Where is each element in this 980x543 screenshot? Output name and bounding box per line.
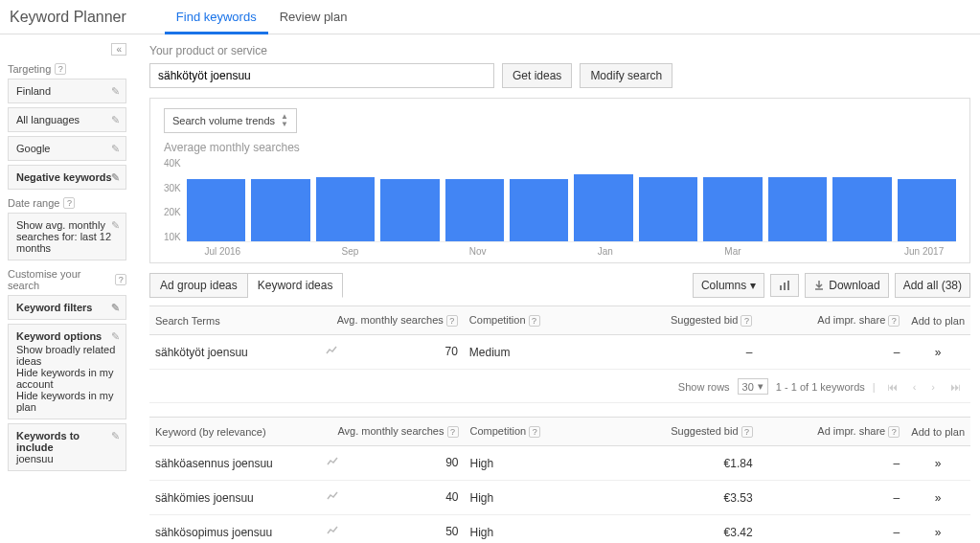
help-icon[interactable]: ? — [55, 63, 66, 75]
pencil-icon[interactable]: ✎ — [111, 171, 120, 184]
tab-review-plan[interactable]: Review plan — [268, 0, 359, 34]
col-search-terms[interactable]: Search Terms — [149, 306, 320, 335]
cell-bid: €3.53 — [611, 481, 759, 515]
include-label: Keywords to include — [16, 430, 118, 453]
pencil-icon[interactable]: ✎ — [111, 85, 120, 98]
help-icon[interactable]: ? — [888, 426, 900, 438]
date-range-panel[interactable]: Show avg. monthly searches for: last 12 … — [8, 213, 126, 260]
help-icon[interactable]: ? — [446, 315, 458, 327]
rows-dropdown[interactable]: 30 ▾ — [738, 378, 768, 395]
include-value: joensuu — [16, 453, 118, 464]
col-competition[interactable]: Competition ? — [464, 306, 611, 335]
last-page-icon[interactable]: ⏭ — [946, 381, 965, 393]
targeting-panel[interactable]: Finland✎ — [8, 79, 126, 103]
cell-bid: €3.42 — [611, 515, 759, 544]
col-add-to-plan: Add to plan — [905, 418, 970, 446]
col-keyword-relevance[interactable]: Keyword (by relevance) — [149, 418, 321, 446]
keyword-ideas-table: Keyword (by relevance) Avg. monthly sear… — [149, 417, 970, 543]
trend-icon[interactable] — [327, 525, 348, 539]
pencil-icon[interactable]: ✎ — [111, 330, 120, 343]
col-impr-share[interactable]: Ad impr. share ? — [759, 418, 906, 446]
cell-term: sähkösopimus joensuu — [149, 515, 321, 544]
pencil-icon[interactable]: ✎ — [111, 430, 120, 442]
search-input[interactable] — [149, 63, 494, 88]
download-button[interactable]: Download — [805, 273, 888, 298]
add-to-plan-button[interactable]: » — [905, 446, 970, 481]
targeting-value: Finland — [16, 85, 51, 97]
caret-down-icon: ▾ — [758, 380, 763, 393]
keyword-options-label: Keyword options — [16, 330, 118, 342]
col-avg-searches[interactable]: Avg. monthly searches ? — [321, 418, 465, 446]
help-icon[interactable]: ? — [529, 315, 540, 327]
next-page-icon[interactable]: › — [927, 381, 939, 393]
main-tabs: Find keywords Review plan — [165, 0, 359, 34]
chart-bar — [445, 179, 504, 241]
help-icon[interactable]: ? — [115, 274, 126, 285]
cell-impr: – — [759, 481, 906, 515]
keyword-ideas-tab[interactable]: Keyword ideas — [248, 273, 344, 298]
chart-bar — [574, 174, 632, 241]
modify-search-button[interactable]: Modify search — [580, 63, 672, 88]
trend-icon[interactable] — [326, 345, 347, 359]
chart-bar — [251, 179, 309, 241]
pencil-icon[interactable]: ✎ — [111, 302, 120, 314]
add-to-plan-button[interactable]: » — [905, 515, 970, 544]
cell-competition: High — [465, 515, 611, 544]
pencil-icon[interactable]: ✎ — [111, 114, 120, 126]
trend-icon[interactable] — [327, 490, 348, 505]
get-ideas-button[interactable]: Get ideas — [502, 63, 572, 88]
ad-group-ideas-tab[interactable]: Ad group ideas — [149, 273, 248, 298]
col-suggested-bid[interactable]: Suggested bid ? — [611, 306, 759, 335]
help-icon[interactable]: ? — [741, 426, 753, 438]
svg-rect-0 — [780, 285, 782, 290]
date-range-heading: Date range — [8, 197, 59, 209]
keywords-include-panel[interactable]: Keywords to include joensuu ✎ — [8, 423, 126, 471]
chart-view-button[interactable] — [770, 274, 799, 297]
help-icon[interactable]: ? — [63, 197, 75, 209]
trends-label: Search volume trends — [172, 115, 275, 126]
targeting-panel[interactable]: Negative keywords✎ — [8, 165, 126, 190]
chart-bar — [832, 177, 891, 241]
collapse-sidebar-icon[interactable]: « — [111, 43, 126, 56]
bar-chart-icon — [779, 280, 790, 291]
help-icon[interactable]: ? — [447, 426, 459, 438]
col-suggested-bid[interactable]: Suggested bid ? — [611, 418, 759, 446]
targeting-panel[interactable]: All languages✎ — [8, 107, 126, 132]
help-icon[interactable]: ? — [529, 426, 540, 438]
cell-term: sähkötyöt joensuu — [149, 335, 320, 370]
table-row: sähköasennus joensuu90High€1.84–» — [149, 446, 970, 481]
trends-dropdown[interactable]: Search volume trends ▲▼ — [164, 108, 297, 133]
col-avg-searches[interactable]: Avg. monthly searches ? — [320, 306, 464, 335]
option-line: Show broadly related ideas — [16, 344, 118, 367]
keyword-options-panel[interactable]: Keyword options Show broadly related ide… — [8, 324, 126, 419]
help-icon[interactable]: ? — [741, 315, 752, 327]
add-all-button[interactable]: Add all (38) — [895, 273, 970, 298]
chart-bar — [316, 177, 375, 241]
cell-bid: €1.84 — [611, 446, 759, 481]
cell-term: sähköasennus joensuu — [149, 446, 321, 481]
first-page-icon[interactable]: ⏮ — [883, 381, 901, 393]
cell-impr: – — [758, 335, 905, 370]
pencil-icon[interactable]: ✎ — [111, 143, 120, 155]
pager-range: 1 - 1 of 1 keywords — [776, 381, 865, 393]
trend-icon[interactable] — [327, 456, 348, 470]
search-terms-table: Search Terms Avg. monthly searches ? Com… — [149, 305, 970, 370]
svg-rect-2 — [787, 281, 789, 290]
chart-bar — [380, 179, 439, 241]
targeting-panel[interactable]: Google✎ — [8, 136, 126, 161]
columns-button[interactable]: Columns▾ — [693, 273, 764, 298]
col-competition[interactable]: Competition ? — [465, 418, 611, 446]
help-icon[interactable]: ? — [888, 315, 900, 327]
prev-page-icon[interactable]: ‹ — [909, 381, 921, 393]
keyword-filters-panel[interactable]: Keyword filters ✎ — [8, 295, 126, 320]
add-to-plan-button[interactable]: » — [905, 481, 970, 515]
keyword-filters-label: Keyword filters — [16, 302, 92, 313]
download-icon — [813, 280, 825, 291]
col-impr-share[interactable]: Ad impr. share ? — [758, 306, 905, 335]
pencil-icon[interactable]: ✎ — [111, 219, 120, 232]
chart-bar — [510, 179, 568, 241]
chart-bar — [768, 177, 827, 241]
caret-down-icon: ▾ — [750, 279, 756, 292]
add-to-plan-button[interactable]: » — [905, 335, 970, 370]
tab-find-keywords[interactable]: Find keywords — [165, 0, 268, 34]
